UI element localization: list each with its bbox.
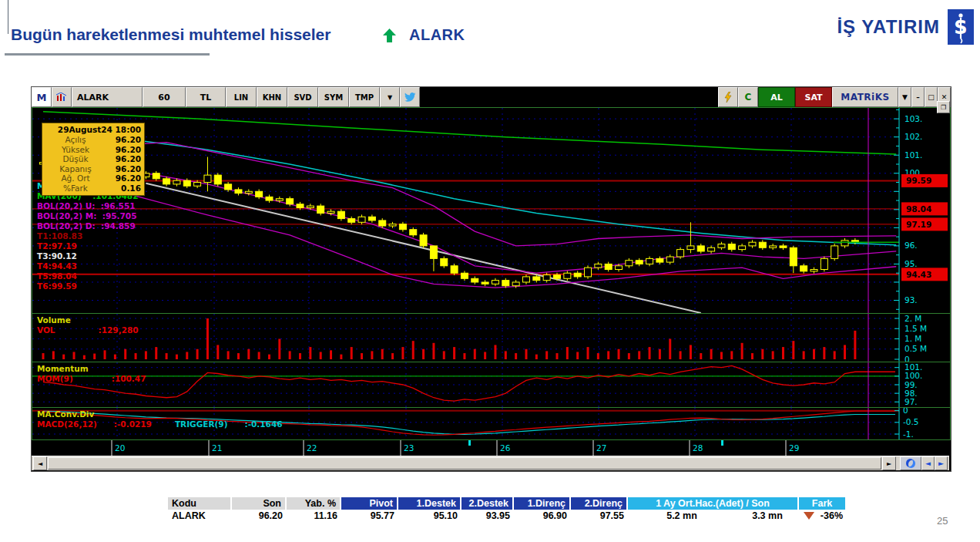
svg-text:94.43: 94.43 xyxy=(906,270,931,279)
tooltip-date: 29August24 18:00 xyxy=(45,125,141,134)
window-dropdown-icon[interactable]: ▼ xyxy=(898,87,911,107)
svg-text:0.5 M: 0.5 M xyxy=(904,344,927,353)
volume-title: Volume xyxy=(37,315,139,325)
indicator-label: T1:108.83 xyxy=(37,231,138,241)
summary-table: KoduSonYab. %Pivot1.Destek2.Destek1.Dire… xyxy=(168,497,847,522)
svg-text:101.: 101. xyxy=(904,150,922,160)
date-axis: 2021222326272829 xyxy=(32,440,949,456)
svg-text:-0.5: -0.5 xyxy=(903,417,919,426)
indicator-labels: MAV(50) :96.11MAV(200) :101.0482BOL(20,2… xyxy=(37,181,138,291)
indicator-label: T5:98.04 xyxy=(37,271,138,281)
chart-type-icon[interactable] xyxy=(52,87,72,107)
table-cell-4: 95.10 xyxy=(398,510,461,522)
minimize-icon[interactable]: – xyxy=(911,87,925,107)
macd-labels: MA.Conv.DivMACD(26,12):-0.0219TRIGGER(9)… xyxy=(37,409,283,429)
sell-button[interactable]: SAT xyxy=(795,87,832,107)
chart-panels: 29August24 18:00Açılış96.20Yüksek96.20Dü… xyxy=(32,107,951,440)
table-cell-1: 96.20 xyxy=(232,510,287,522)
table-header-3: Pivot xyxy=(341,497,398,510)
mode-button-tmp[interactable]: TMP xyxy=(349,87,380,107)
table-header-8: 1 Ay Ort.Hac.(Adet) / Son xyxy=(628,497,799,510)
currency-field[interactable]: TL xyxy=(186,87,226,107)
volume-labels: VolumeVOL:129,280 xyxy=(37,315,139,335)
indicator-label: T3:90.12 xyxy=(37,251,138,261)
momentum-panel[interactable]: MomentumMOM(9):100.47 101.100.99.98.97. xyxy=(32,362,950,407)
page-title: Bugün hareketlenmesi muhtemel hisseler xyxy=(11,25,331,44)
mode-button-svd[interactable]: SVD xyxy=(287,87,318,107)
table-header-5: 2.Destek xyxy=(461,497,514,510)
symbol-field[interactable]: ALARK xyxy=(72,87,143,107)
svg-text:97.19: 97.19 xyxy=(906,220,931,229)
svg-text:26: 26 xyxy=(500,443,511,453)
indicator-label: BOL(20,2) D: :94.859 xyxy=(37,221,138,231)
indicator-label: BOL(20,2) U: :96.551 xyxy=(37,201,138,211)
momentum-labels: MomentumMOM(9):100.47 xyxy=(37,364,146,384)
ticker-label: ALARK xyxy=(409,26,465,44)
svg-text:2. M: 2. M xyxy=(904,314,921,323)
scroll-right-arrow[interactable]: ► xyxy=(882,456,896,470)
svg-text:20: 20 xyxy=(115,443,125,453)
svg-text:21: 21 xyxy=(212,443,222,453)
svg-text:27: 27 xyxy=(596,443,606,453)
page-number: 25 xyxy=(937,515,948,527)
table-cell-7: 97.55 xyxy=(571,510,628,522)
down-triangle-icon xyxy=(804,512,814,520)
refresh-icon[interactable]: C xyxy=(738,87,758,107)
indicator-label: T2:97.19 xyxy=(37,241,138,251)
buy-button[interactable]: AL xyxy=(758,87,795,107)
table-cell-9: 3.3 mn xyxy=(736,510,799,522)
brand-logo: İŞ YATIRIM S xyxy=(837,9,974,45)
table-cell-5: 93.95 xyxy=(461,510,514,522)
table-header-7: 2.Direnç xyxy=(571,497,628,510)
table-header-1: Son xyxy=(232,497,287,510)
mode-button-sym[interactable]: SYM xyxy=(318,87,349,107)
matriks-swirl-icon[interactable] xyxy=(900,456,921,470)
tooltip-row: Yüksek96.20 xyxy=(45,145,141,155)
macd-title: MA.Conv.Div xyxy=(37,409,283,419)
table-cell-3: 95.77 xyxy=(341,510,398,522)
tooltip-row: %Fark0.16 xyxy=(45,183,141,194)
chevron-down-icon[interactable]: ▼ xyxy=(380,87,400,107)
svg-text:99.59: 99.59 xyxy=(906,176,931,185)
price-panel[interactable]: 29August24 18:00Açılış96.20Yüksek96.20Dü… xyxy=(32,108,950,313)
indicator-label: T4:94.43 xyxy=(37,261,138,271)
svg-text:96.: 96. xyxy=(904,241,918,250)
mode-button-khn[interactable]: KHN xyxy=(257,87,287,107)
brand-text: İŞ YATIRIM xyxy=(837,16,940,38)
svg-text:1.5 M: 1.5 M xyxy=(904,324,927,333)
table-header-9: Fark xyxy=(799,497,847,510)
volume-panel[interactable]: VolumeVOL:129,280 2. M1.5 M1. M0.5 M0 xyxy=(32,314,950,362)
mode-buttons: LINKHNSVDSYMTMP xyxy=(226,87,380,107)
app-m-icon[interactable]: M xyxy=(32,87,52,107)
corner-line xyxy=(8,0,8,34)
tooltip-row: Kapanış96.20 xyxy=(45,164,141,174)
macd-panel[interactable]: MA.Conv.DivMACD(26,12):-0.0219TRIGGER(9)… xyxy=(32,408,950,439)
horizontal-scrollbar[interactable]: ◄ ► ◄ ► xyxy=(32,456,949,470)
svg-text:-1.: -1. xyxy=(903,429,914,439)
page-right-icon[interactable]: ► xyxy=(935,456,948,470)
tooltip-row: Açılış96.20 xyxy=(45,135,141,145)
table-cell-6: 96.90 xyxy=(514,510,571,522)
tooltip-row: Ağ. Ort96.20 xyxy=(45,173,141,183)
indicator-label: T6:99.59 xyxy=(37,281,138,291)
twitter-icon[interactable] xyxy=(400,87,420,107)
volume-value: VOL:129,280 xyxy=(37,325,139,335)
mode-button-lin[interactable]: LIN xyxy=(226,87,257,107)
page-left-icon[interactable]: ◄ xyxy=(921,456,935,470)
svg-text:98.04: 98.04 xyxy=(906,204,931,214)
scrollbar-thumb[interactable] xyxy=(48,457,881,470)
lightning-icon[interactable] xyxy=(718,87,738,107)
svg-text:0: 0 xyxy=(904,355,910,362)
ohlc-tooltip: 29August24 18:00Açılış96.20Yüksek96.20Dü… xyxy=(42,123,145,196)
macd-value: MACD(26,12):-0.0219TRIGGER(9):-0.1646 xyxy=(37,419,283,429)
maximize-icon[interactable]: □ xyxy=(925,87,938,107)
scroll-left-arrow[interactable]: ◄ xyxy=(33,456,47,470)
restore-window-button[interactable]: ❐ xyxy=(937,101,950,113)
period-field[interactable]: 60 xyxy=(143,87,186,107)
svg-text:1. M: 1. M xyxy=(904,334,921,343)
matriks-window: M ALARK 60 TL LINKHNSVDSYMTMP ▼ xyxy=(31,86,951,472)
up-arrow-icon xyxy=(383,29,396,42)
momentum-value: MOM(9):100.47 xyxy=(37,374,146,384)
table-header-6: 1.Direnç xyxy=(514,497,571,510)
svg-text:22: 22 xyxy=(307,443,317,453)
